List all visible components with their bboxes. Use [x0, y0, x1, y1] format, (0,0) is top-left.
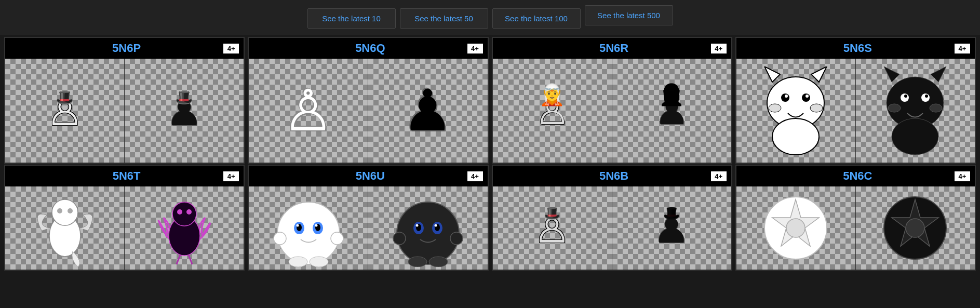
svg-point-44	[415, 224, 418, 227]
smash-white-svg	[759, 189, 832, 267]
svg-point-21	[52, 199, 78, 225]
svg-point-3	[781, 93, 789, 102]
checkerboard-right: ♟ 🧝	[612, 59, 731, 163]
checkerboard-right: ♟	[368, 59, 487, 163]
svg-point-49	[450, 232, 463, 245]
cards-row-1: 5N6P 4+ ♙ 🎩 ♟	[4, 37, 976, 164]
checkerboard-left: ♙ 🎩	[493, 186, 612, 270]
svg-point-14	[921, 93, 930, 102]
card-image-left	[736, 59, 855, 163]
svg-point-13	[901, 93, 909, 102]
card-header: 5N6Q 4+	[249, 38, 487, 59]
card-badge: 4+	[467, 171, 484, 182]
card-header: 5N6U 4+	[249, 166, 487, 186]
mario-hat-black: 🎩	[175, 89, 193, 106]
svg-point-47	[429, 257, 448, 267]
card-title: 5N6C	[761, 169, 954, 183]
bottom-filter-row: See the latest 500	[585, 5, 673, 30]
card-images	[736, 186, 975, 270]
card-header: 5N6T 4+	[5, 166, 244, 186]
svg-point-33	[296, 224, 299, 227]
card-badge: 4+	[710, 43, 727, 54]
smash-black-svg	[879, 189, 951, 267]
card-header: 5N6P 4+	[5, 38, 244, 59]
svg-point-23	[68, 208, 73, 213]
latest-500-button[interactable]: See the latest 500	[585, 5, 673, 25]
svg-point-52	[786, 219, 805, 237]
card-header: 5N6C 4+	[736, 166, 975, 186]
card-image-left: ♙ 🧝	[493, 59, 612, 163]
checkerboard-left: ♙	[249, 59, 368, 163]
card-badge: 4+	[954, 43, 971, 54]
svg-point-18	[930, 104, 942, 112]
card-5n6p[interactable]: 5N6P 4+ ♙ 🎩 ♟	[4, 37, 245, 164]
white-pawn-plain: ♙	[283, 77, 334, 144]
card-5n6r[interactable]: 5N6R 4+ ♙ 🧝 ♟ 🧝	[492, 37, 732, 164]
svg-point-19	[892, 118, 938, 155]
checkerboard-right	[856, 186, 975, 270]
cards-container: 5N6P 4+ ♙ 🎩 ♟	[0, 35, 980, 273]
card-5n6q[interactable]: 5N6Q 4+ ♙ ♟	[248, 37, 488, 164]
svg-point-6	[806, 95, 809, 98]
svg-point-7	[769, 104, 781, 112]
svg-point-37	[274, 232, 286, 245]
card-5n6s[interactable]: 5N6S 4+	[735, 37, 976, 164]
card-images: ♙ ♟	[249, 59, 487, 163]
latest-10-button[interactable]: See the latest 10	[307, 8, 396, 29]
card-title: 5N6P	[30, 42, 223, 55]
svg-point-34	[315, 224, 317, 227]
checkerboard-right	[125, 186, 244, 270]
svg-point-25	[172, 202, 196, 226]
checkerboard-right	[368, 186, 487, 270]
card-image-left: ♙	[249, 59, 368, 163]
svg-point-39	[397, 202, 459, 264]
svg-point-48	[393, 232, 406, 245]
card-image-right	[368, 186, 487, 270]
checkerboard-left	[736, 59, 855, 163]
pikachu-black-svg	[879, 66, 951, 155]
card-header: 5N6R 4+	[493, 38, 731, 59]
card-5n6b[interactable]: 5N6B 4+ ♙ 🎩 ♟ 🎩	[492, 165, 732, 271]
card-images	[736, 59, 975, 163]
checkerboard-right	[856, 59, 975, 163]
svg-point-4	[802, 93, 810, 102]
svg-point-38	[331, 232, 343, 245]
card-title: 5N6S	[761, 42, 954, 55]
svg-point-26	[177, 209, 182, 215]
latest-100-button[interactable]: See the latest 100	[492, 8, 581, 29]
svg-point-15	[904, 95, 907, 98]
card-5n6u[interactable]: 5N6U 4+	[248, 165, 488, 271]
card-title: 5N6Q	[274, 42, 466, 55]
mario-hat-white: 🎩	[56, 89, 74, 106]
svg-point-46	[408, 257, 427, 267]
card-image-right	[855, 186, 975, 270]
card-title: 5N6T	[30, 169, 223, 183]
card-image-right: ♟ 🎩	[124, 59, 244, 163]
link-face-white: 🧝	[539, 83, 565, 107]
black-pawn-plain: ♟	[402, 77, 453, 144]
card-5n6t[interactable]: 5N6T 4+	[4, 165, 245, 271]
cards-row-2: 5N6T 4+	[4, 165, 976, 271]
svg-point-28	[277, 202, 340, 264]
svg-point-17	[888, 104, 901, 112]
svg-marker-0	[764, 66, 780, 82]
svg-point-22	[57, 208, 62, 213]
card-image-left: ♙ 🎩	[5, 59, 124, 163]
svg-marker-1	[811, 66, 827, 82]
svg-point-5	[785, 95, 788, 98]
svg-point-36	[310, 257, 328, 267]
card-badge: 4+	[710, 171, 727, 182]
latest-50-button[interactable]: See the latest 50	[400, 8, 488, 29]
card-5n6c[interactable]: 5N6C 4+	[735, 165, 976, 271]
checkerboard-left	[5, 186, 124, 270]
card-badge: 4+	[223, 171, 239, 182]
card-image-right	[855, 59, 975, 163]
card-images	[5, 186, 244, 270]
svg-point-16	[925, 95, 928, 98]
svg-point-35	[289, 257, 307, 267]
card-image-right: ♟	[368, 59, 487, 163]
card-image-left	[5, 186, 124, 270]
charizard-white-svg	[31, 189, 99, 267]
card-badge: 4+	[954, 171, 971, 182]
filter-bar: See the latest 10 See the latest 50 See …	[0, 0, 980, 35]
